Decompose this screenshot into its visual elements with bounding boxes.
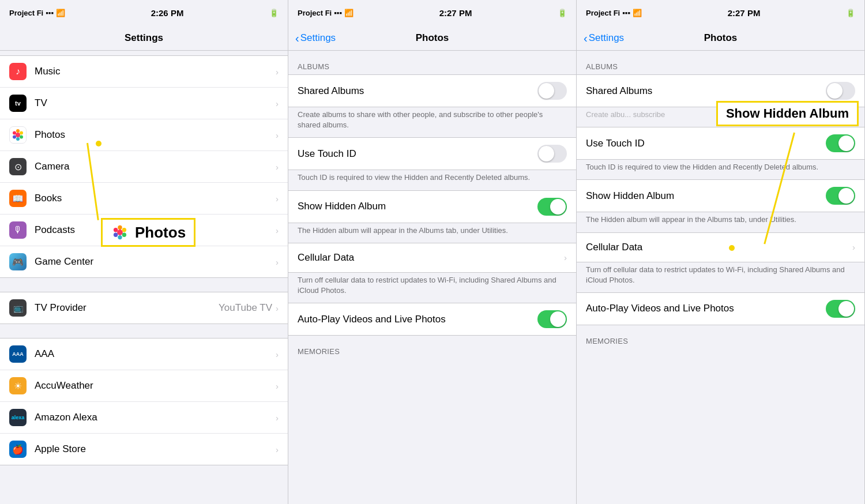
settings-panel: Project Fi ▪▪▪ 📶 2:26 PM 🔋 Settings ♪ Mu…	[0, 0, 288, 504]
hidden-toggle-2[interactable]	[826, 187, 855, 205]
cellular-row-1[interactable]: Cellular Data ›	[288, 243, 576, 272]
show-hidden-annotation-box: Show Hidden Album	[716, 101, 859, 126]
svg-point-13	[114, 228, 118, 232]
settings-row-amazon[interactable]: alexa Amazon Alexa ›	[0, 402, 288, 434]
svg-point-10	[122, 233, 126, 237]
shared-albums-toggle-2[interactable]	[826, 82, 855, 100]
touchid-toggle-2[interactable]	[826, 134, 855, 152]
autoplay-row-2[interactable]: Auto-Play Videos and Live Photos	[577, 293, 864, 325]
autoplay-row-1[interactable]: Auto-Play Videos and Live Photos	[288, 303, 576, 335]
amazon-icon: alexa	[9, 409, 27, 426]
gamecenter-label: Game Center	[35, 256, 276, 268]
time-1: 2:26 PM	[151, 8, 184, 18]
tvprovider-value: YouTube TV	[219, 302, 272, 314]
wifi-2: 📶	[344, 9, 353, 17]
nav-back-2[interactable]: ‹ Settings	[295, 32, 336, 44]
back-label-3: Settings	[589, 32, 624, 44]
shared-albums-row-1[interactable]: Shared Albums	[288, 75, 576, 107]
photos-settings-panel-2: Project Fi ▪▪▪ 📶 2:27 PM 🔋 ‹ Settings Ph…	[577, 0, 865, 504]
touchid-desc-2: Touch ID is required to view the Hidden …	[577, 160, 864, 179]
albums-label-1: ALBUMS	[288, 51, 576, 74]
status-bar-2: Project Fi ▪▪▪ 📶 2:27 PM 🔋	[288, 0, 576, 25]
photos-settings-panel-1: Project Fi ▪▪▪ 📶 2:27 PM 🔋 ‹ Settings Ph…	[288, 0, 577, 504]
tvprovider-group: 📺 TV Provider YouTube TV ›	[0, 292, 288, 324]
touchid-knob-1	[539, 146, 554, 161]
apps-group-2: AAA AAA › ☀ AccuWeather › alexa Amazon A…	[0, 338, 288, 465]
show-hidden-dot	[729, 245, 735, 251]
books-chevron: ›	[276, 194, 279, 204]
settings-row-camera[interactable]: ⊙ Camera ›	[0, 151, 288, 183]
cellular-group-2: Cellular Data ›	[577, 232, 864, 262]
nav-bar-3: ‹ Settings Photos	[577, 25, 864, 51]
touchid-knob-2	[838, 136, 854, 151]
gamecenter-icon: 🎮	[9, 253, 27, 270]
touchid-text-1: Use Touch ID	[298, 148, 537, 160]
time-3: 2:27 PM	[728, 8, 761, 18]
settings-row-music[interactable]: ♪ Music ›	[0, 56, 288, 88]
books-icon: 📖	[9, 190, 27, 207]
hidden-text-1: Show Hidden Album	[298, 201, 537, 212]
svg-point-11	[118, 235, 122, 239]
nav-bar-2: ‹ Settings Photos	[288, 25, 576, 51]
photos-icon	[9, 126, 27, 144]
appstore-label: Apple Store	[35, 443, 276, 455]
battery-3: 🔋	[846, 9, 855, 17]
hidden-text-2: Show Hidden Album	[586, 190, 826, 202]
settings-row-aaa[interactable]: AAA AAA ›	[0, 338, 288, 370]
status-right-3: 🔋	[846, 9, 855, 17]
signal-2: ▪▪▪	[334, 9, 342, 17]
hidden-desc-2: The Hidden album will appear in the Albu…	[577, 212, 864, 232]
annotation-photos-dot	[96, 141, 101, 146]
autoplay-toggle-1[interactable]	[537, 310, 567, 328]
autoplay-group-2: Auto-Play Videos and Live Photos	[577, 292, 864, 325]
touchid-row-2[interactable]: Use Touch ID	[577, 127, 864, 159]
touchid-desc-1: Touch ID is required to view the Hidden …	[288, 170, 576, 190]
nav-title-3: Photos	[704, 32, 738, 44]
cellular-text-1: Cellular Data	[298, 252, 564, 264]
settings-row-photos[interactable]: Photos ›	[0, 119, 288, 151]
autoplay-toggle-2[interactable]	[826, 300, 855, 318]
shared-albums-text-2: Shared Albums	[586, 85, 826, 97]
camera-label: Camera	[35, 161, 276, 172]
svg-point-0	[16, 133, 20, 137]
settings-row-books[interactable]: 📖 Books ›	[0, 183, 288, 215]
appstore-chevron: ›	[276, 445, 279, 454]
settings-row-tvprovider[interactable]: 📺 TV Provider YouTube TV ›	[0, 292, 288, 324]
albums-group-1: Shared Albums	[288, 74, 576, 107]
settings-row-gamecenter[interactable]: 🎮 Game Center ›	[0, 246, 288, 277]
photos-settings-1-content: ALBUMS Shared Albums Create albums to sh…	[288, 51, 576, 504]
shared-albums-knob-2	[827, 83, 843, 99]
tv-label: TV	[35, 97, 276, 109]
nav-back-3[interactable]: ‹ Settings	[584, 32, 624, 44]
carrier-3: Project Fi	[586, 9, 620, 17]
hidden-row-2[interactable]: Show Hidden Album	[577, 180, 864, 212]
settings-row-appstore[interactable]: 🍎 Apple Store ›	[0, 434, 288, 465]
hidden-row-1[interactable]: Show Hidden Album	[288, 191, 576, 223]
gamecenter-chevron: ›	[276, 257, 279, 267]
settings-row-accuweather[interactable]: ☀ AccuWeather ›	[0, 370, 288, 402]
nav-bar-1: Settings	[0, 25, 288, 51]
accuweather-icon: ☀	[9, 377, 27, 394]
nav-title-2: Photos	[416, 32, 449, 44]
amazon-chevron: ›	[276, 413, 279, 423]
settings-row-tv[interactable]: tv TV ›	[0, 88, 288, 119]
svg-point-9	[122, 228, 126, 232]
hidden-knob-2	[838, 188, 854, 204]
annotation-photos-icon	[111, 223, 129, 242]
shared-albums-toggle-1[interactable]	[537, 82, 567, 100]
touchid-toggle-1[interactable]	[537, 145, 567, 163]
hidden-toggle-1[interactable]	[537, 198, 567, 216]
wifi-3: 📶	[633, 9, 642, 17]
music-label: Music	[35, 66, 276, 77]
autoplay-knob-2	[838, 301, 854, 317]
cellular-row-2[interactable]: Cellular Data ›	[577, 233, 864, 262]
autoplay-knob-1	[550, 311, 566, 327]
camera-icon: ⊙	[9, 158, 27, 175]
hidden-group-2: Show Hidden Album	[577, 179, 864, 212]
photos-icon-svg	[10, 127, 25, 142]
svg-point-3	[20, 136, 23, 139]
svg-point-6	[13, 131, 16, 135]
accuweather-chevron: ›	[276, 381, 279, 391]
svg-point-5	[13, 136, 16, 139]
touchid-row-1[interactable]: Use Touch ID	[288, 138, 576, 170]
